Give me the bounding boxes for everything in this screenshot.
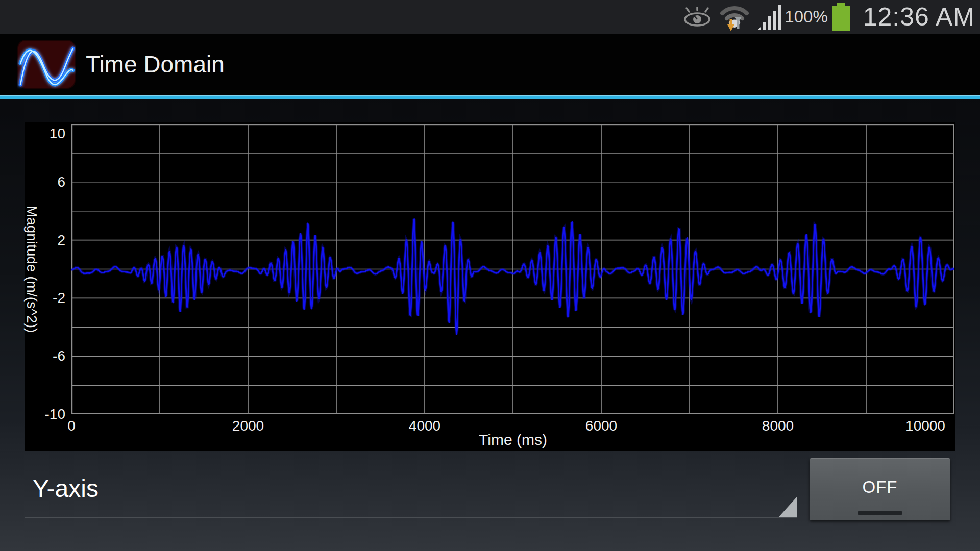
plot-grid-and-waveform <box>71 124 954 414</box>
app-screen: 100% 12:36 AM Time Domain <box>0 0 980 551</box>
content-area: Time (ms) Magnitude (m/(s^2)) 1062-2-6-1… <box>0 99 980 551</box>
y-axis-tick-label: -6 <box>24 347 67 365</box>
y-axis-tick-label: 10 <box>24 125 67 142</box>
action-bar: Time Domain <box>0 34 980 95</box>
x-axis-tick-label: 2000 <box>215 417 281 435</box>
app-logo-icon <box>17 40 76 89</box>
toggle-label: OFF <box>863 478 898 497</box>
spinner-label: Y-axis <box>33 474 99 503</box>
wifi-traffic-icon <box>720 2 749 32</box>
battery-icon <box>831 2 851 32</box>
y-axis-spinner[interactable]: Y-axis <box>24 458 797 518</box>
signal-strength-icon <box>757 4 781 30</box>
off-toggle-button[interactable]: OFF <box>810 458 950 520</box>
y-axis-tick-label: 2 <box>24 232 67 249</box>
clock: 12:36 AM <box>863 2 975 32</box>
status-bar: 100% 12:36 AM <box>0 0 980 34</box>
accent-divider <box>0 95 980 99</box>
x-axis-tick-label: 0 <box>38 417 105 435</box>
x-axis-tick-label: 4000 <box>391 417 458 435</box>
x-axis-tick-label: 6000 <box>568 417 634 435</box>
y-axis-title: Magnitude (m/(s^2)) <box>23 124 40 414</box>
battery-percentage: 100% <box>785 7 827 27</box>
y-axis-tick-label: -2 <box>24 289 67 307</box>
y-axis-tick-label: 6 <box>24 173 67 191</box>
smart-stay-icon <box>683 7 712 27</box>
x-axis-tick-label: 8000 <box>745 417 811 435</box>
time-domain-chart: Time (ms) Magnitude (m/(s^2)) 1062-2-6-1… <box>24 122 955 451</box>
toggle-indicator <box>858 511 902 515</box>
x-axis-title: Time (ms) <box>71 432 954 448</box>
page-title: Time Domain <box>86 51 225 78</box>
x-axis-tick-label: 10000 <box>892 417 959 435</box>
spinner-underline <box>24 517 797 518</box>
spinner-caret-icon <box>779 496 797 517</box>
